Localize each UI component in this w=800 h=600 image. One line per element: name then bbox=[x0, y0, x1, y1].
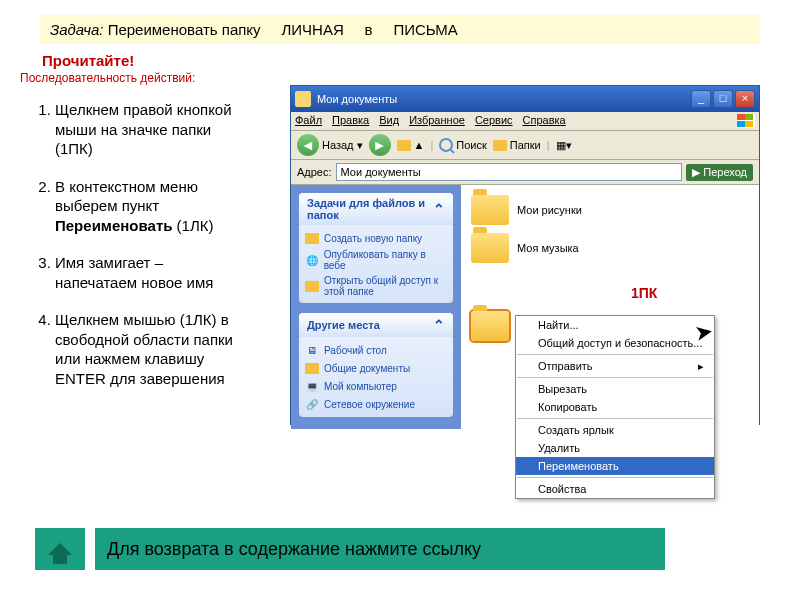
folder-icon bbox=[295, 91, 311, 107]
ctx-find[interactable]: Найти... bbox=[516, 316, 714, 334]
menu-fav[interactable]: Избранное bbox=[409, 114, 465, 128]
sequence-label: Последовательность действий: bbox=[20, 71, 800, 85]
step-2: В контекстном меню выберем пункт Переиме… bbox=[55, 177, 240, 236]
forward-button[interactable]: ► bbox=[369, 134, 391, 156]
menu-view[interactable]: Вид bbox=[379, 114, 399, 128]
search-button[interactable]: Поиск bbox=[439, 138, 486, 152]
steps-list: Щелкнем правой кнопкой мыши на значке па… bbox=[25, 100, 240, 406]
search-icon bbox=[439, 138, 453, 152]
places-panel: Другие места⌃ 🖥Рабочий стол Общие докуме… bbox=[299, 313, 453, 417]
collapse-icon[interactable]: ⌃ bbox=[433, 317, 445, 333]
folder-music[interactable]: Моя музыка bbox=[471, 233, 749, 263]
task-share[interactable]: Открыть общий доступ к этой папке bbox=[305, 273, 447, 299]
menu-help[interactable]: Справка bbox=[523, 114, 566, 128]
minimize-button[interactable]: _ bbox=[691, 90, 711, 108]
step-1: Щелкнем правой кнопкой мыши на значке па… bbox=[55, 100, 240, 159]
task-banner: Задача: Переименовать папку ЛИЧНАЯ в ПИС… bbox=[40, 15, 760, 44]
menu-file[interactable]: Файл bbox=[295, 114, 322, 128]
maximize-button[interactable]: □ bbox=[713, 90, 733, 108]
step-3: Имя замигает – напечатаем новое имя bbox=[55, 253, 240, 292]
go-button[interactable]: ▶ Переход bbox=[686, 164, 753, 181]
menu-tools[interactable]: Сервис bbox=[475, 114, 513, 128]
annotation-1pk: 1ПК bbox=[631, 285, 657, 301]
views-button[interactable]: ▦▾ bbox=[556, 139, 572, 152]
toolbar: ◄Назад ▾ ► ▲ | Поиск Папки | ▦▾ bbox=[291, 131, 759, 160]
tasks-panel: Задачи для файлов и папок⌃ Создать новую… bbox=[299, 193, 453, 303]
footer-link[interactable]: Для возврата в содержание нажмите ссылку bbox=[95, 528, 665, 570]
ctx-share[interactable]: Общий доступ и безопасность... bbox=[516, 334, 714, 352]
ctx-cut[interactable]: Вырезать bbox=[516, 380, 714, 398]
context-menu: Найти... Общий доступ и безопасность... … bbox=[515, 315, 715, 499]
address-input[interactable] bbox=[336, 163, 683, 181]
menu-edit[interactable]: Правка bbox=[332, 114, 369, 128]
home-button[interactable] bbox=[35, 528, 85, 570]
up-button[interactable]: ▲ bbox=[397, 139, 425, 151]
place-desktop[interactable]: 🖥Рабочий стол bbox=[305, 341, 447, 359]
address-label: Адрес: bbox=[297, 166, 332, 178]
read-label: Прочитайте! bbox=[42, 52, 800, 69]
window-title: Мои документы bbox=[317, 93, 397, 105]
task-label: Задача: bbox=[50, 21, 103, 38]
ctx-props[interactable]: Свойства bbox=[516, 480, 714, 498]
task-new-folder[interactable]: Создать новую папку bbox=[305, 229, 447, 247]
sidebar: Задачи для файлов и папок⌃ Создать новую… bbox=[291, 185, 461, 429]
ctx-copy[interactable]: Копировать bbox=[516, 398, 714, 416]
ctx-rename[interactable]: Переименовать bbox=[516, 457, 714, 475]
collapse-icon[interactable]: ⌃ bbox=[433, 201, 445, 217]
ctx-delete[interactable]: Удалить bbox=[516, 439, 714, 457]
back-button[interactable]: ◄Назад ▾ bbox=[297, 134, 363, 156]
menubar: Файл Правка Вид Избранное Сервис Справка bbox=[291, 112, 759, 131]
place-shared[interactable]: Общие документы bbox=[305, 359, 447, 377]
windows-logo-icon bbox=[737, 114, 755, 128]
folders-button[interactable]: Папки bbox=[493, 139, 541, 151]
close-button[interactable]: × bbox=[735, 90, 755, 108]
step-4: Щелкнем мышью (1ЛК) в свободной области … bbox=[55, 310, 240, 388]
ctx-shortcut[interactable]: Создать ярлык bbox=[516, 421, 714, 439]
task-publish[interactable]: 🌐Опубликовать папку в вебе bbox=[305, 247, 447, 273]
address-bar: Адрес: ▶ Переход bbox=[291, 160, 759, 185]
folder-pictures[interactable]: Мои рисунки bbox=[471, 195, 749, 225]
place-network[interactable]: 🔗Сетевое окружение bbox=[305, 395, 447, 413]
titlebar[interactable]: Мои документы _ □ × bbox=[291, 86, 759, 112]
place-mycomputer[interactable]: 💻Мой компьютер bbox=[305, 377, 447, 395]
ctx-send[interactable]: Отправить bbox=[516, 357, 714, 375]
house-icon bbox=[48, 543, 72, 555]
